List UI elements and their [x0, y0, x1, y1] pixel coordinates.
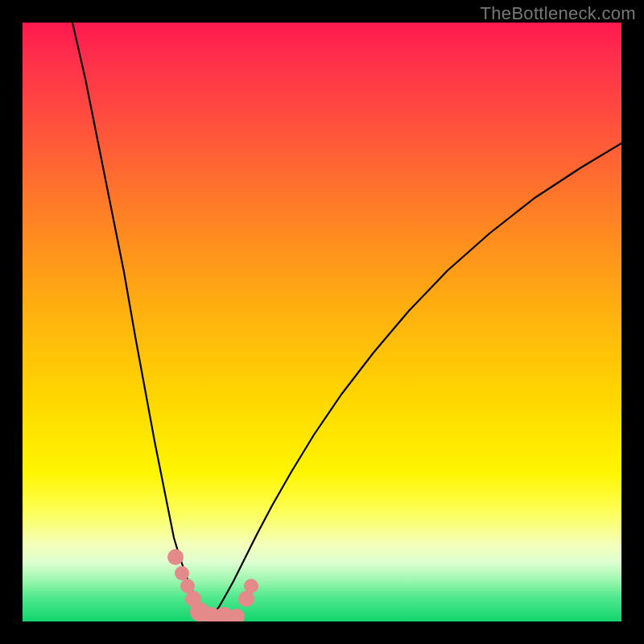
- watermark-text: TheBottleneck.com: [481, 3, 636, 24]
- chart-frame: [23, 23, 621, 621]
- curve-marker: [244, 579, 258, 593]
- chart-svg: [23, 23, 621, 621]
- curve-marker: [167, 549, 184, 565]
- curve-left-branch: [72, 23, 209, 617]
- curve-marker: [238, 591, 254, 607]
- curve-marker: [175, 566, 189, 580]
- curve-right-branch: [209, 143, 621, 618]
